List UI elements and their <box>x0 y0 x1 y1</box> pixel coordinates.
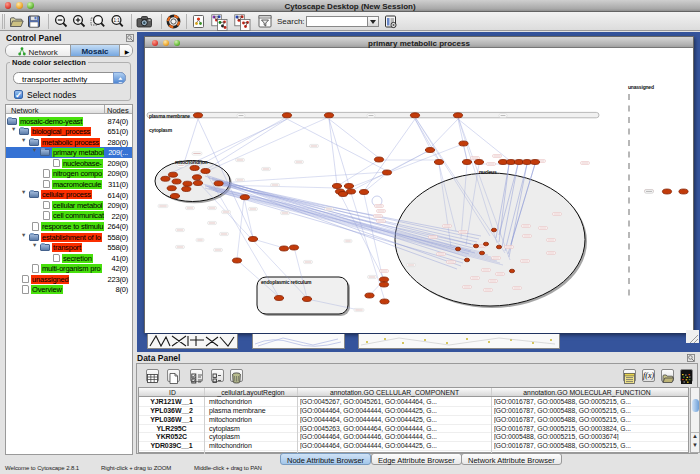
svg-text:mitochondrion: mitochondrion <box>175 159 208 165</box>
svg-text:1:1: 1:1 <box>114 18 121 23</box>
svg-text:cytoplasm: cytoplasm <box>149 127 173 133</box>
svg-text:plasma membrane: plasma membrane <box>149 113 190 119</box>
svg-text:unassigned: unassigned <box>628 84 654 90</box>
svg-text:nucleus: nucleus <box>479 169 497 175</box>
svg-text:endoplasmic reticulum: endoplasmic reticulum <box>261 279 312 285</box>
